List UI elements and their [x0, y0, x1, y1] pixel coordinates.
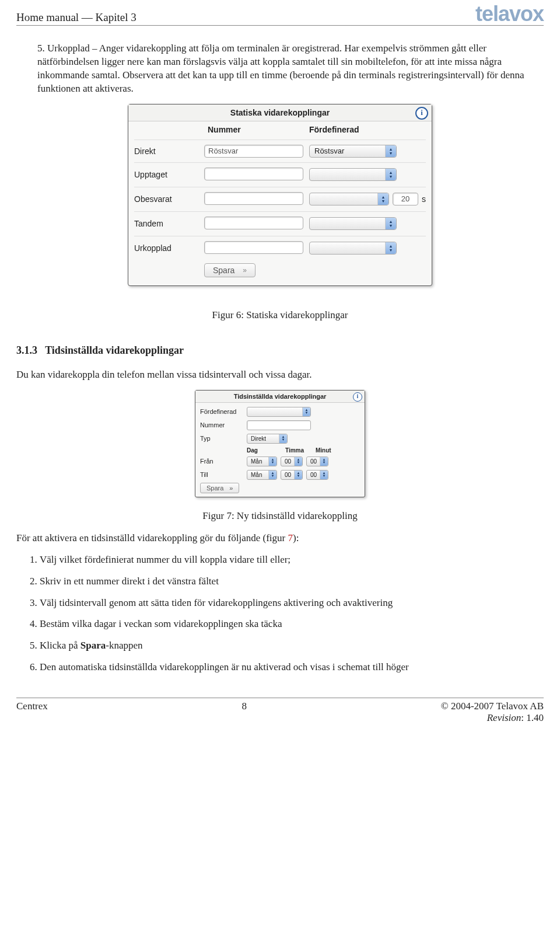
nummer-input[interactable]: [204, 192, 303, 205]
row-till: Till Mån▲▼ 00▲▼ 00▲▼: [200, 468, 360, 482]
day-select[interactable]: Mån▲▼: [247, 470, 277, 480]
label-fran: Från: [200, 458, 247, 465]
updown-icon: ▲▼: [294, 457, 302, 466]
col-minut: Minut: [316, 447, 338, 454]
info-icon[interactable]: i: [353, 392, 362, 402]
section-intro: Du kan vidarekoppla din telefon mellan v…: [16, 368, 544, 382]
fordefinerad-select[interactable]: ▲▼: [309, 217, 397, 230]
hour-select[interactable]: 00▲▼: [281, 470, 303, 480]
row-label: Tandem: [134, 219, 204, 228]
row-fran: Från Mån▲▼ 00▲▼ 00▲▼: [200, 455, 360, 468]
steps-list: Välj vilket fördefinierat nummer du vill…: [16, 553, 544, 675]
updown-icon: ▲▼: [268, 471, 276, 479]
step-item: Välj vilket fördefinierat nummer du vill…: [40, 553, 544, 567]
panel-tidsinstallda: Tidsinställda vidarekopplingar i Fördefi…: [195, 390, 365, 497]
row-upptaget: Upptaget ▲▼: [134, 165, 426, 185]
info-icon[interactable]: i: [415, 107, 428, 120]
intro-list: Urkopplad – Anger vidarekoppling att föl…: [16, 42, 544, 96]
day-select[interactable]: Mån▲▼: [247, 456, 277, 466]
nummer-input[interactable]: [247, 420, 311, 430]
column-headers: Nummer Fördefinerad: [134, 121, 426, 138]
row-label: Urkopplad: [134, 243, 204, 253]
step-item: Bestäm vilka dagar i veckan som vidareko…: [40, 618, 544, 631]
figure-7: Tidsinställda vidarekopplingar i Fördefi…: [16, 390, 544, 497]
panel-title: Tidsinställda vidarekopplingar i: [195, 391, 365, 403]
footer-revision-val: : 1.40: [521, 712, 544, 723]
step-item: Skriv in ett nummer direkt i det vänstra…: [40, 575, 544, 588]
updown-icon: ▲▼: [385, 169, 396, 180]
fordefinerad-select[interactable]: ▲▼: [309, 168, 397, 181]
updown-icon: ▲▼: [377, 193, 388, 205]
col-nummer: Nummer: [204, 125, 303, 134]
row-label: Obesvarat: [134, 194, 204, 204]
brand-logo: telavox: [475, 6, 544, 23]
fordefinerad-select[interactable]: ▲▼: [247, 407, 311, 417]
typ-select[interactable]: Direkt▲▼: [247, 434, 288, 444]
footer-left: Centrex: [16, 701, 48, 712]
label-fordefinerad: Fördefinerad: [200, 408, 247, 415]
nummer-input[interactable]: Röstsvar: [204, 145, 303, 158]
row-label: Direkt: [134, 147, 204, 156]
chevron-right-icon: »: [229, 485, 233, 492]
page-header: Home manual — Kapitel 3 telavox: [16, 6, 544, 26]
footer-page: 8: [242, 701, 247, 712]
row-urkopplad: Urkopplad ▲▼: [134, 238, 426, 259]
panel-title-text: Tidsinställda vidarekopplingar: [234, 393, 327, 400]
col-fordefinerad: Fördefinerad: [303, 125, 426, 134]
updown-icon: ▲▼: [385, 218, 396, 229]
footer-revision-label: Revision: [487, 712, 522, 723]
header-title: Home manual — Kapitel 3: [16, 11, 136, 24]
updown-icon: ▲▼: [294, 471, 302, 479]
minute-select[interactable]: 00▲▼: [306, 456, 328, 466]
col-dag: Dag: [247, 447, 277, 454]
panel-title: Statiska vidarekopplingar i: [128, 104, 432, 121]
hour-select[interactable]: 00▲▼: [281, 456, 303, 466]
panel-statiska: Statiska vidarekopplingar i Nummer Förde…: [128, 104, 432, 286]
updown-icon: ▲▼: [302, 407, 310, 416]
step-item: Välj tidsintervall genom att sätta tiden…: [40, 597, 544, 610]
figure-7-caption: Figur 7: Ny tidsinställd vidarekoppling: [16, 510, 544, 522]
seconds-input[interactable]: 20: [393, 193, 418, 205]
panel-title-text: Statiska vidarekopplingar: [230, 108, 330, 117]
save-button[interactable]: Spara»: [204, 263, 256, 277]
updown-icon: ▲▼: [385, 242, 396, 254]
nummer-input[interactable]: [204, 241, 303, 254]
chevron-right-icon: »: [243, 266, 247, 274]
intro-list-item: Urkopplad – Anger vidarekoppling att föl…: [37, 42, 544, 96]
label-typ: Typ: [200, 435, 247, 442]
steps-intro: För att aktivera en tidsinställd vidarek…: [16, 532, 544, 545]
figure-ref-link[interactable]: 7: [288, 532, 293, 543]
fordefinerad-select[interactable]: ▲▼: [309, 193, 389, 205]
time-headers: Dag Timma Minut: [200, 445, 360, 455]
updown-icon: ▲▼: [320, 457, 328, 466]
seconds-unit: s: [422, 194, 426, 204]
nummer-input[interactable]: [204, 168, 303, 180]
col-timma: Timma: [285, 447, 307, 454]
section-heading: 3.1.3 Tidsinställda vidarekopplingar: [16, 344, 544, 357]
section-number: 3.1.3: [16, 344, 37, 356]
row-obesvarat: Obesvarat ▲▼ 20 s: [134, 189, 426, 210]
step-item: Den automatiska tidsinställda vidarekopp…: [40, 661, 544, 674]
updown-icon: ▲▼: [268, 457, 276, 466]
label-till: Till: [200, 471, 247, 478]
save-button[interactable]: Spara»: [200, 483, 239, 493]
page-footer: Centrex 8 © 2004-2007 Telavox AB Revisio…: [16, 698, 544, 724]
footer-copyright: © 2004-2007 Telavox AB: [441, 701, 544, 712]
fordefinerad-select[interactable]: ▲▼: [309, 242, 397, 255]
row-direkt: Direkt Röstsvar Röstsvar▲▼: [134, 142, 426, 161]
minute-select[interactable]: 00▲▼: [306, 470, 328, 480]
section-title: Tidsinställda vidarekopplingar: [45, 344, 184, 356]
step-item: Klicka på Spara-knappen: [40, 639, 544, 653]
updown-icon: ▲▼: [385, 145, 396, 157]
nummer-input[interactable]: [204, 217, 303, 229]
figure-6-caption: Figur 6: Statiska vidarekopplingar: [16, 309, 544, 321]
updown-icon: ▲▼: [320, 471, 328, 479]
row-tandem: Tandem ▲▼: [134, 214, 426, 234]
row-label: Upptaget: [134, 170, 204, 179]
updown-icon: ▲▼: [279, 434, 287, 443]
label-nummer: Nummer: [200, 421, 247, 428]
fordefinerad-select[interactable]: Röstsvar▲▼: [309, 145, 397, 158]
figure-6: Statiska vidarekopplingar i Nummer Förde…: [16, 104, 544, 286]
